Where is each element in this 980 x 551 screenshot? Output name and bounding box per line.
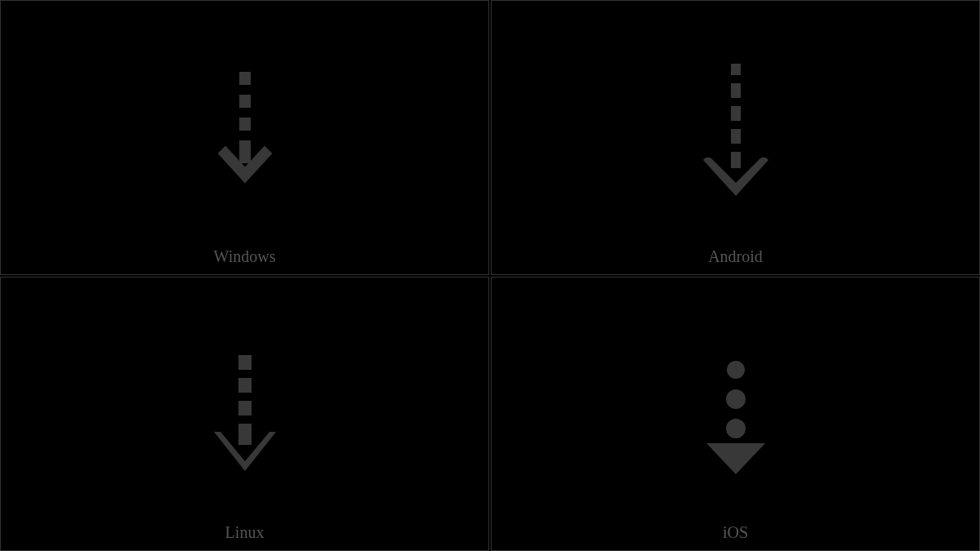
platform-label: Linux — [225, 523, 265, 542]
svg-point-15 — [726, 419, 746, 438]
svg-rect-5 — [731, 83, 741, 98]
svg-rect-3 — [239, 140, 251, 163]
platform-label: iOS — [723, 523, 748, 542]
down-dashed-arrow-icon — [679, 332, 793, 495]
svg-rect-2 — [239, 118, 251, 131]
cell-linux: Linux — [0, 277, 489, 552]
platform-label: Windows — [214, 247, 276, 266]
svg-point-13 — [727, 361, 745, 379]
svg-rect-11 — [238, 401, 252, 415]
down-dashed-arrow-icon — [188, 332, 302, 495]
glyph-container — [492, 1, 979, 274]
svg-rect-4 — [731, 64, 741, 75]
down-dashed-arrow-icon — [188, 56, 302, 219]
glyph-container — [1, 278, 488, 551]
glyph-container — [492, 278, 979, 551]
svg-rect-1 — [239, 95, 251, 108]
svg-rect-12 — [238, 424, 252, 445]
svg-rect-0 — [239, 72, 251, 85]
cell-ios: iOS — [491, 277, 980, 552]
svg-rect-9 — [238, 355, 252, 370]
cell-android: Android — [491, 0, 980, 275]
svg-rect-6 — [731, 106, 741, 121]
svg-point-14 — [726, 389, 746, 409]
down-dashed-arrow-icon — [679, 56, 793, 219]
glyph-container — [1, 1, 488, 274]
svg-rect-7 — [731, 129, 741, 144]
cell-windows: Windows — [0, 0, 489, 275]
platform-label: Android — [708, 247, 763, 266]
svg-rect-10 — [238, 378, 252, 393]
svg-rect-8 — [731, 152, 741, 168]
